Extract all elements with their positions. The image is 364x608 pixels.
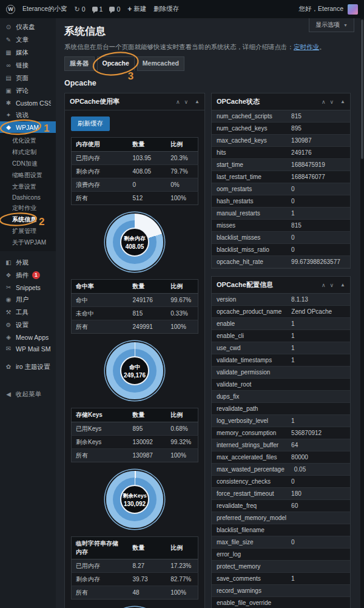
stat-value — [286, 561, 350, 572]
customcss-icon: ✱ — [5, 100, 12, 106]
admin-sidebar: ⊙仪表盘✎文章▦媒体∞链接▤页面▣评论✱Custom CSS & JS✦说说 ◆… — [0, 18, 56, 608]
usage-table: 存储Keys数量比例已用Keys8950.68%剩余Keys13009299.3… — [71, 408, 198, 462]
pages-icon: ▤ — [5, 75, 12, 81]
screen-options-button[interactable]: 显示选项 ▼ — [309, 18, 354, 32]
sidebar-item-label: iro 主题设置 — [16, 363, 50, 371]
notifications-badge[interactable]: 0 — [109, 5, 120, 13]
toggle-panel-icon[interactable]: ▲ — [195, 99, 200, 104]
stat-value — [286, 403, 350, 414]
sidebar-subitem-6[interactable]: 定时作业 — [0, 202, 56, 214]
site-name-link[interactable]: Eterance的小窝 — [22, 5, 67, 13]
sidebar-item-settings[interactable]: ⚙设置 — [0, 319, 56, 331]
toggle-panel-icon[interactable]: ▲ — [340, 282, 345, 288]
updates-badge[interactable]: ↻0 — [75, 5, 86, 13]
sidebar-subitem-7[interactable]: 系统信息 — [0, 214, 56, 225]
stat-row: validate_root — [212, 379, 350, 391]
comments-icon — [92, 7, 98, 12]
sidebar-item-dashboard[interactable]: ⊙仪表盘 — [0, 21, 56, 33]
table-row: 已用内存103.9520.3% — [72, 152, 198, 165]
stat-value: 815 — [286, 110, 350, 122]
sidebar-subitem-4[interactable]: 文章设置 — [0, 181, 56, 192]
sidebar-item-label: 用户 — [16, 296, 29, 304]
sidebar-subitem-9[interactable]: 关于WPJAM — [0, 237, 56, 248]
updates-icon: ↻ — [75, 5, 80, 13]
table-cell: 82.77% — [166, 573, 198, 586]
sidebar-subitem-0[interactable]: 优化设置 — [0, 135, 56, 146]
tab-memcached[interactable]: Memcached — [137, 56, 184, 71]
sidebar-item-shuoshuo[interactable]: ✦说说 — [0, 109, 56, 121]
table-cell: 99.67% — [166, 294, 198, 307]
move-down-icon[interactable]: ∨ — [329, 99, 334, 105]
stat-value: 1 — [286, 208, 350, 219]
sidebar-item-users[interactable]: ◉用户 — [0, 293, 56, 306]
sidebar-item-label: 外观 — [16, 258, 29, 267]
table-cell: 249991 — [129, 320, 167, 334]
comments-badge[interactable]: 1 — [92, 5, 103, 13]
sidebar-item-comments[interactable]: ▣评论 — [0, 84, 56, 97]
left-column: OPCache使用率 ∧ ∨ ▲ 刷新缓存 内存使用数量比例已用内存103.95… — [64, 93, 205, 608]
move-up-icon[interactable]: ∧ — [322, 99, 326, 105]
main-content: 显示选项 ▼ 系统信息 系统信息在后台一个页面就能够快速实时查看当前的系统状态，… — [56, 18, 364, 608]
sidebar-subitem-2[interactable]: CDN加速 — [0, 158, 56, 169]
sidebar-subitem-5[interactable]: Dashicons — [0, 192, 56, 202]
scrollbar-thumb[interactable] — [361, 19, 363, 159]
sidebar-item-appearance[interactable]: ◧外观 — [0, 256, 56, 269]
scheduled-jobs-link[interactable]: 定时作业 — [294, 43, 319, 50]
table-row: 剩余Keys13009299.32% — [72, 436, 198, 449]
stat-row: consistency_checks0 — [212, 476, 350, 488]
move-down-icon[interactable]: ∨ — [184, 99, 188, 105]
stat-row: error_log — [212, 549, 350, 561]
table-cell: 895 — [129, 422, 167, 436]
sidebar-item-wpjam[interactable]: ◆ WPJAM — [0, 121, 56, 133]
sidebar-item-meow[interactable]: ◈Meow Apps — [0, 331, 56, 343]
sidebar-item-links[interactable]: ∞链接 — [0, 59, 56, 72]
table-cell: 130987 — [129, 449, 167, 462]
sidebar-item-media[interactable]: ▦媒体 — [0, 46, 56, 59]
avatar[interactable] — [348, 4, 358, 15]
screen-options-label: 显示选项 — [315, 21, 340, 29]
table-cell: 408.05 — [129, 165, 167, 178]
stat-row: opcache_product_nameZend OPcache — [212, 306, 350, 318]
stat-row: opcache_hit_rate99.673988263577 — [212, 256, 350, 268]
plus-icon: + — [127, 5, 132, 13]
sidebar-item-iro[interactable]: ✿iro 主题设置 — [0, 360, 56, 373]
sidebar-item-tools[interactable]: ⚒工具 — [0, 306, 56, 319]
table-cell: 所有 — [72, 320, 129, 334]
move-down-icon[interactable]: ∨ — [329, 282, 334, 288]
page-scrollbar[interactable] — [360, 18, 364, 608]
refresh-cache-button[interactable]: 刷新缓存 — [71, 117, 110, 131]
new-content-button[interactable]: + 新建 — [127, 5, 146, 13]
sidebar-item-plugins[interactable]: ❖插件1 — [0, 269, 56, 282]
tab-opcache[interactable]: Opcache — [97, 56, 135, 71]
config-table: version8.1.13opcache_product_nameZend OP… — [212, 294, 350, 608]
sidebar-item-mail[interactable]: ✉WP Mail SMTP — [0, 343, 56, 354]
tab-server[interactable]: 服务器 — [64, 56, 95, 71]
flush-cache-button[interactable]: 删除缓存 — [153, 5, 179, 13]
move-up-icon[interactable]: ∧ — [176, 99, 180, 105]
sidebar-item-customcss[interactable]: ✱Custom CSS & JS — [0, 97, 56, 109]
sidebar-subitem-1[interactable]: 样式定制 — [0, 146, 56, 158]
donut-center: 剩余内存408.05 — [120, 228, 149, 257]
stat-value: 1688475919 — [286, 159, 350, 171]
sidebar-item-pages[interactable]: ▤页面 — [0, 72, 56, 84]
stat-row: oom_restarts0 — [212, 183, 350, 195]
stat-key: validate_permission — [212, 366, 286, 378]
settings-icon: ⚙ — [5, 322, 12, 328]
move-up-icon[interactable]: ∧ — [322, 282, 326, 288]
sidebar-item-snippets[interactable]: ✂Snippets — [0, 282, 56, 293]
table-header-row: 临时字符串存储内存数量比例 — [72, 537, 198, 559]
sidebar-item-posts[interactable]: ✎文章 — [0, 33, 56, 46]
wordpress-logo-icon[interactable]: W — [6, 5, 15, 14]
shuoshuo-icon: ✦ — [5, 112, 12, 118]
table-header-row: 内存使用数量比例 — [72, 138, 198, 152]
sidebar-item-label: 文章 — [16, 36, 29, 44]
stat-value: 99.673988263577 — [286, 256, 350, 268]
sidebar-subitem-8[interactable]: 扩展管理 — [0, 225, 56, 237]
sidebar-subitem-3[interactable]: 缩略图设置 — [0, 169, 56, 181]
table-cell: 130092 — [129, 436, 167, 449]
howdy-text[interactable]: 您好，Eterance — [298, 5, 343, 13]
collapse-menu-button[interactable]: ◀ 收起菜单 — [0, 388, 56, 400]
table-row: 浪费内存00% — [72, 178, 198, 192]
stat-key: max_wasted_percentage — [212, 464, 289, 475]
toggle-panel-icon[interactable]: ▲ — [340, 99, 345, 104]
